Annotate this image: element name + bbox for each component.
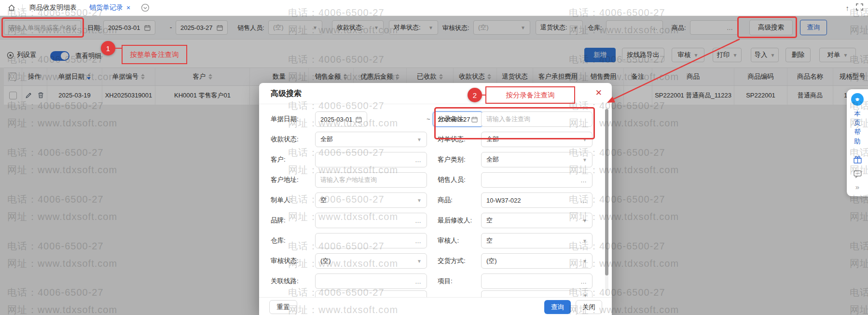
modal-form-row: 客户地址:请输入客户地址查询销售人员:… <box>259 172 612 188</box>
modal-header: 高级搜索 ✕ <box>259 83 612 104</box>
modal-close-button[interactable]: 关闭 <box>576 300 602 314</box>
modal-field-label: 商品: <box>438 192 453 208</box>
modal-form-row: 品牌:…最后修改人:空▼ <box>259 213 612 228</box>
modal-select[interactable]: 全部▼ <box>481 132 592 147</box>
reset-button[interactable]: 重置 <box>269 300 297 314</box>
field-value: 空 <box>320 196 327 205</box>
modal-lookup-input[interactable]: … <box>315 152 427 167</box>
ellipsis-icon: … <box>580 278 587 285</box>
modal-select[interactable]: (空)▼ <box>481 253 592 269</box>
modal-field-label: 客户类别: <box>438 152 466 167</box>
modal-form-row: 客户:…客户类别:全部▼ <box>259 152 612 167</box>
modal-lookup-input[interactable]: … <box>315 274 427 289</box>
home-icon[interactable] <box>8 4 15 12</box>
modal-text-input[interactable]: 请输入客户地址查询 <box>315 172 427 188</box>
modal-select[interactable]: (空)▼ <box>315 253 427 269</box>
modal-select[interactable]: 全部▼ <box>481 152 592 167</box>
modal-select[interactable]: 空▼ <box>481 233 592 248</box>
modal-form-row: 制单人:空▼商品:10-W37-022… <box>259 192 612 208</box>
modal-field-label: 分录备注: <box>438 111 466 127</box>
calendar-icon <box>356 116 362 123</box>
partial-select: ▼ <box>481 290 592 297</box>
chevron-down-icon: ▼ <box>582 238 587 244</box>
field-value: 10-W37-022 <box>486 197 521 204</box>
modal-query-button[interactable]: 查询 <box>544 300 571 314</box>
scroll-top-icon[interactable]: ↑ <box>846 4 850 12</box>
collapse-panel-icon[interactable]: » <box>855 184 859 191</box>
modal-footer: 重置 查询 关闭 <box>259 297 612 315</box>
modal-field-label: 仓库: <box>271 233 286 248</box>
ellipsis-icon: … <box>415 217 422 224</box>
modal-lookup-input[interactable]: 10-W37-022… <box>481 192 592 208</box>
modal-field-label: 关联线路: <box>271 274 299 289</box>
chevron-down-icon: ▼ <box>582 157 587 163</box>
chevron-down-icon: ▼ <box>582 218 587 223</box>
chevron-down-icon: ▼ <box>582 259 587 264</box>
modal-title: 高级搜索 <box>271 89 302 99</box>
ellipsis-icon: … <box>415 156 422 164</box>
fullscreen-icon[interactable] <box>856 3 863 13</box>
modal-field-label: 收款状态: <box>271 132 299 147</box>
modal-field-label: 客户: <box>271 152 286 167</box>
ellipsis-icon: … <box>580 197 587 204</box>
gift-icon[interactable] <box>853 155 862 166</box>
topbar-right-icons: ↑ <box>846 0 864 16</box>
modal-field-label: 单据日期: <box>271 111 299 127</box>
modal-form-row: 收款状态:全部▼对单状态:全部▼ <box>259 132 612 147</box>
page-help-icon[interactable] <box>851 93 864 106</box>
chevron-down-icon: ▼ <box>417 198 422 203</box>
tab-label: 商品收发明细表 <box>29 3 77 12</box>
modal-form-row: 单据日期:2025-03-01~2025-03-27分录备注:请输入备注查询 <box>259 111 612 127</box>
modal-form-row: 审核状态:(空)▼交货方式:(空)▼ <box>259 253 612 269</box>
modal-lookup-input[interactable]: … <box>481 274 592 289</box>
chevron-down-icon: ▼ <box>417 259 422 264</box>
modal-select[interactable]: 全部▼ <box>315 132 427 147</box>
close-tab-icon[interactable]: × <box>126 4 130 12</box>
modal-field-label: 销售人员: <box>438 172 466 188</box>
ellipsis-icon: … <box>415 237 422 245</box>
close-icon[interactable]: ✕ <box>595 88 602 98</box>
field-value: 全部 <box>320 135 333 144</box>
tab-label: 销货单记录 <box>89 3 123 12</box>
feedback-chat-icon[interactable] <box>853 169 862 180</box>
modal-date-range: 2025-03-01~2025-03-27 <box>315 111 427 127</box>
divider <box>852 150 863 151</box>
app-window: 商品收发明细表销货单记录× ↑ 日期: 2025-03-01 - 2025-03… <box>0 0 868 315</box>
modal-lookup-input[interactable]: … <box>481 172 592 188</box>
modal-field-label: 审核人: <box>438 233 459 248</box>
modal-form-row: 关联线路:…项目:… <box>259 274 612 289</box>
field-value: 空 <box>486 216 493 225</box>
modal-field-label: 交货方式: <box>438 253 466 269</box>
tab-sales-records[interactable]: 销货单记录× <box>89 3 130 12</box>
modal-text-input[interactable]: 请输入备注查询 <box>481 111 592 127</box>
field-value: 全部 <box>486 135 499 144</box>
ellipsis-icon: … <box>580 177 587 184</box>
modal-field-label: 对单状态: <box>438 132 466 147</box>
field-value: 空 <box>486 236 493 245</box>
ellipsis-icon: … <box>415 278 422 285</box>
tab-history-icon[interactable] <box>141 3 150 12</box>
page-help-label[interactable]: 本页帮助 <box>854 109 861 146</box>
modal-form-row: 仓库:…审核人:空▼ <box>259 233 612 248</box>
tab-goods-receipt-detail[interactable]: 商品收发明细表 <box>29 3 77 12</box>
field-value: 请输入备注查询 <box>486 115 530 123</box>
modal-select[interactable]: 空▼ <box>481 213 592 228</box>
field-value: (空) <box>320 257 331 265</box>
range-separator: ~ <box>427 111 430 127</box>
field-value: (空) <box>486 257 497 265</box>
modal-select[interactable]: 空▼ <box>315 192 427 208</box>
modal-field-label: 客户地址: <box>271 172 299 188</box>
scrollbar-thumb[interactable] <box>605 109 608 275</box>
chevron-down-icon: ▼ <box>582 137 587 142</box>
modal-scrollbar[interactable] <box>605 107 608 295</box>
top-tab-bar: 商品收发明细表销货单记录× ↑ <box>0 0 868 16</box>
modal-date-from-input[interactable]: 2025-03-01 <box>315 111 367 127</box>
modal-lookup-input[interactable]: … <box>315 233 427 248</box>
side-helper-panel: 本页帮助 » <box>847 89 868 196</box>
advanced-search-modal: 高级搜索 ✕ 单据日期:2025-03-01~2025-03-27分录备注:请输… <box>259 83 612 315</box>
modal-lookup-input[interactable]: … <box>315 213 427 228</box>
modal-field-label: 制单人: <box>271 192 292 208</box>
modal-field-label: 品牌: <box>271 213 286 228</box>
partial-input <box>315 290 427 297</box>
modal-field-label: 项目: <box>438 274 453 289</box>
